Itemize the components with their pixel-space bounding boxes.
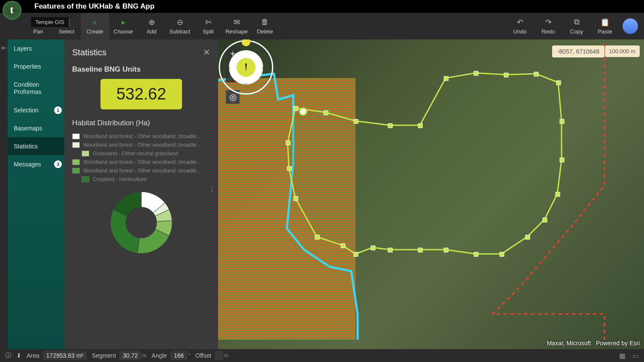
svg-point-0 [126, 208, 156, 238]
download-icon[interactable]: ⬇ [16, 352, 21, 359]
baseline-value: 532.62 [100, 79, 182, 109]
main-area: ⇤ Layers Properties Condition Proformas … [0, 39, 644, 349]
svg-rect-10 [444, 76, 448, 81]
svg-rect-12 [504, 73, 508, 77]
undo-button[interactable]: ↶Undo [506, 13, 534, 39]
angle-value: 166 [170, 351, 187, 360]
offset-value [215, 351, 223, 360]
selection-badge: 1 [54, 106, 62, 114]
legend: Woodland and forest - Other woodland; br… [72, 133, 210, 182]
habitat-label: Habitat Distribution (Ha) [72, 119, 210, 127]
svg-rect-14 [556, 81, 561, 85]
info-icon[interactable]: ⓘ [5, 352, 11, 359]
reshape-button[interactable]: ✉Reshape [222, 13, 251, 39]
statistics-panel: Statistics ✕ Baseline BNG Units 532.62 H… [64, 39, 218, 349]
legend-label: Woodland and forest - Other woodland; br… [83, 133, 202, 139]
segment-label: Segment [92, 352, 116, 359]
svg-rect-18 [543, 218, 547, 222]
legend-item: Woodland and forest - Other woodland; br… [72, 168, 210, 174]
area-value: 172953.63 m² [43, 351, 87, 360]
grid-icon[interactable]: ▦ [619, 352, 626, 360]
svg-rect-11 [474, 71, 478, 75]
add-button[interactable]: ⊕Add [137, 13, 166, 39]
svg-text:ˇ: ˇ [245, 83, 247, 89]
coordinates-display: -8057, 6710648 [552, 45, 605, 57]
legend-item: Woodland and forest - Other woodland; br… [72, 142, 210, 148]
map-canvas[interactable]: ＋ − ◎ -8057, 6710648 100.000 m Maxar, Mi… [218, 39, 644, 349]
create-button[interactable]: ＋Create [81, 13, 109, 39]
reshape-icon: ✉ [232, 18, 241, 27]
plus-icon: ＋ [91, 18, 99, 27]
paste-icon: 📋 [601, 18, 609, 27]
svg-rect-13 [534, 72, 538, 76]
scissors-icon: ✄ [204, 18, 213, 27]
user-avatar[interactable] [623, 18, 638, 34]
sidebar-item-messages[interactable]: Messages3 [8, 155, 64, 173]
svg-rect-29 [294, 196, 298, 201]
legend-item: Grassland - Other neutral grassland [72, 151, 210, 157]
map-attribution: Maxar, Microsoft Powered by Esri [547, 340, 640, 347]
sidebar-item-properties[interactable]: Properties [8, 57, 64, 75]
svg-rect-16 [560, 158, 564, 162]
legend-swatch [82, 151, 89, 157]
subtract-button[interactable]: ⊖Subtract [166, 13, 194, 39]
sidebar-item-basemaps[interactable]: Basemaps [8, 119, 64, 137]
trash-icon: 🗑 [261, 18, 269, 27]
svg-rect-22 [444, 248, 448, 252]
baseline-label: Baseline BNG Units [72, 65, 210, 74]
legend-label: Cropland - Horticulture [93, 176, 147, 182]
area-label: Area [27, 352, 39, 359]
legend-label: Grassland - Other neutral grassland [93, 151, 178, 157]
collapse-handle[interactable]: ⇤ [0, 39, 8, 349]
title-bar: Features of the UKHab & BNG App [0, 0, 644, 13]
legend-swatch [82, 176, 89, 182]
panel-title: Statistics [72, 48, 106, 57]
map-overlay [218, 39, 644, 340]
split-button[interactable]: ✄Split [194, 13, 222, 39]
messages-badge: 3 [54, 160, 62, 168]
svg-text:›: › [262, 65, 264, 71]
svg-rect-24 [388, 248, 392, 252]
svg-rect-5 [294, 106, 298, 111]
status-bar: ⓘ ⬇ Area172953.63 m² Segment30.72m Angle… [0, 349, 644, 362]
sidebar-item-statistics[interactable]: Statistics [8, 137, 64, 155]
svg-rect-31 [286, 141, 290, 145]
scale-display: 100.000 m [605, 45, 640, 57]
offset-label: Offset [195, 352, 211, 359]
svg-rect-27 [341, 244, 345, 248]
svg-rect-9 [418, 124, 422, 128]
copy-button[interactable]: ⧉Copy [562, 13, 591, 39]
legend-item: Cropland - Horticulture [72, 176, 210, 182]
legend-swatch [72, 168, 80, 174]
svg-rect-20 [500, 252, 504, 256]
folder-icon[interactable]: ▭ [632, 352, 639, 360]
redo-button[interactable]: ↷Redo [534, 13, 562, 39]
svg-rect-15 [560, 119, 564, 124]
compass-widget[interactable]: ˆ ˇ ‹ › [218, 39, 274, 95]
legend-label: Woodland and forest - Other woodland; br… [83, 168, 202, 174]
legend-swatch [72, 159, 80, 165]
delete-button[interactable]: 🗑Delete [251, 13, 279, 39]
choose-button[interactable]: ▸Choose [109, 13, 137, 39]
habitat-donut-chart [107, 188, 176, 257]
undo-icon: ↶ [516, 18, 524, 27]
svg-rect-21 [474, 252, 478, 256]
sidebar: Layers Properties Condition Proformas Se… [8, 39, 64, 349]
close-panel-button[interactable]: ✕ [203, 47, 210, 57]
subtract-icon: ⊖ [176, 18, 184, 27]
sidebar-item-condition-proformas[interactable]: Condition Proformas [8, 75, 64, 101]
more-options-button[interactable]: ⋮ [209, 185, 216, 193]
redo-icon: ↷ [544, 18, 553, 27]
svg-rect-25 [371, 246, 375, 250]
toolbar: Temple GIS ✋Pan ⬚Select ＋Create ▸Choose … [0, 13, 644, 39]
svg-point-36 [242, 39, 250, 46]
angle-label: Angle [152, 352, 167, 359]
svg-point-32 [300, 108, 307, 115]
svg-text:‹: ‹ [228, 65, 230, 71]
legend-item: Woodland and forest - Other woodland; br… [72, 159, 210, 165]
sidebar-item-selection[interactable]: Selection1 [8, 101, 64, 119]
sidebar-item-layers[interactable]: Layers [8, 39, 64, 57]
legend-label: Woodland and forest - Other woodland; br… [83, 142, 202, 148]
paste-button[interactable]: 📋Paste [591, 13, 619, 39]
svg-rect-30 [287, 166, 292, 171]
